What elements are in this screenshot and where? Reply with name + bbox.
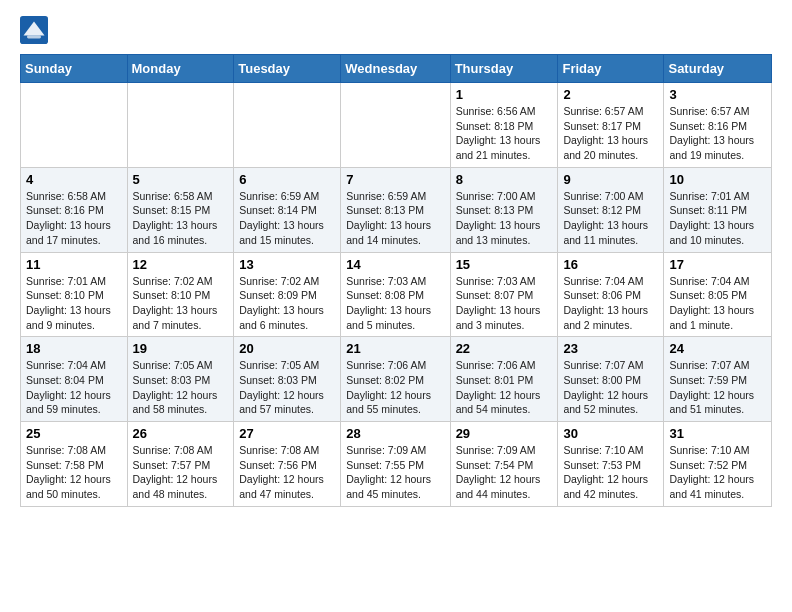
day-number: 1 [456,87,553,102]
calendar-cell: 25Sunrise: 7:08 AM Sunset: 7:58 PM Dayli… [21,422,128,507]
day-number: 22 [456,341,553,356]
calendar-cell: 28Sunrise: 7:09 AM Sunset: 7:55 PM Dayli… [341,422,450,507]
calendar-week-1: 1Sunrise: 6:56 AM Sunset: 8:18 PM Daylig… [21,83,772,168]
calendar-cell: 4Sunrise: 6:58 AM Sunset: 8:16 PM Daylig… [21,167,128,252]
col-header-saturday: Saturday [664,55,772,83]
calendar-cell: 26Sunrise: 7:08 AM Sunset: 7:57 PM Dayli… [127,422,234,507]
day-detail: Sunrise: 7:02 AM Sunset: 8:10 PM Dayligh… [133,274,229,333]
day-number: 28 [346,426,444,441]
day-number: 2 [563,87,658,102]
calendar-cell: 9Sunrise: 7:00 AM Sunset: 8:12 PM Daylig… [558,167,664,252]
day-number: 11 [26,257,122,272]
day-number: 16 [563,257,658,272]
calendar-cell: 14Sunrise: 7:03 AM Sunset: 8:08 PM Dayli… [341,252,450,337]
day-detail: Sunrise: 6:56 AM Sunset: 8:18 PM Dayligh… [456,104,553,163]
day-detail: Sunrise: 6:58 AM Sunset: 8:15 PM Dayligh… [133,189,229,248]
day-detail: Sunrise: 7:09 AM Sunset: 7:55 PM Dayligh… [346,443,444,502]
day-number: 9 [563,172,658,187]
day-detail: Sunrise: 7:00 AM Sunset: 8:12 PM Dayligh… [563,189,658,248]
day-number: 23 [563,341,658,356]
calendar-cell [127,83,234,168]
day-number: 27 [239,426,335,441]
calendar-cell: 17Sunrise: 7:04 AM Sunset: 8:05 PM Dayli… [664,252,772,337]
day-number: 25 [26,426,122,441]
day-number: 17 [669,257,766,272]
day-detail: Sunrise: 7:03 AM Sunset: 8:07 PM Dayligh… [456,274,553,333]
day-detail: Sunrise: 7:09 AM Sunset: 7:54 PM Dayligh… [456,443,553,502]
calendar-cell: 12Sunrise: 7:02 AM Sunset: 8:10 PM Dayli… [127,252,234,337]
day-number: 14 [346,257,444,272]
day-detail: Sunrise: 6:59 AM Sunset: 8:14 PM Dayligh… [239,189,335,248]
col-header-friday: Friday [558,55,664,83]
col-header-wednesday: Wednesday [341,55,450,83]
day-detail: Sunrise: 7:01 AM Sunset: 8:11 PM Dayligh… [669,189,766,248]
day-detail: Sunrise: 7:03 AM Sunset: 8:08 PM Dayligh… [346,274,444,333]
header [20,16,772,44]
day-number: 5 [133,172,229,187]
day-detail: Sunrise: 6:57 AM Sunset: 8:17 PM Dayligh… [563,104,658,163]
day-detail: Sunrise: 7:04 AM Sunset: 8:04 PM Dayligh… [26,358,122,417]
calendar-header-row: SundayMondayTuesdayWednesdayThursdayFrid… [21,55,772,83]
calendar-cell: 2Sunrise: 6:57 AM Sunset: 8:17 PM Daylig… [558,83,664,168]
day-detail: Sunrise: 7:04 AM Sunset: 8:05 PM Dayligh… [669,274,766,333]
day-number: 29 [456,426,553,441]
day-number: 7 [346,172,444,187]
logo-icon [20,16,48,44]
day-detail: Sunrise: 7:10 AM Sunset: 7:53 PM Dayligh… [563,443,658,502]
day-detail: Sunrise: 7:02 AM Sunset: 8:09 PM Dayligh… [239,274,335,333]
calendar-week-4: 18Sunrise: 7:04 AM Sunset: 8:04 PM Dayli… [21,337,772,422]
day-number: 19 [133,341,229,356]
svg-rect-2 [27,36,41,39]
calendar-cell: 29Sunrise: 7:09 AM Sunset: 7:54 PM Dayli… [450,422,558,507]
calendar-table: SundayMondayTuesdayWednesdayThursdayFrid… [20,54,772,507]
calendar-week-2: 4Sunrise: 6:58 AM Sunset: 8:16 PM Daylig… [21,167,772,252]
calendar-cell: 23Sunrise: 7:07 AM Sunset: 8:00 PM Dayli… [558,337,664,422]
calendar-cell: 7Sunrise: 6:59 AM Sunset: 8:13 PM Daylig… [341,167,450,252]
calendar-cell [21,83,128,168]
day-detail: Sunrise: 7:06 AM Sunset: 8:01 PM Dayligh… [456,358,553,417]
day-number: 6 [239,172,335,187]
day-detail: Sunrise: 7:08 AM Sunset: 7:58 PM Dayligh… [26,443,122,502]
day-number: 15 [456,257,553,272]
day-number: 26 [133,426,229,441]
calendar-cell: 18Sunrise: 7:04 AM Sunset: 8:04 PM Dayli… [21,337,128,422]
day-detail: Sunrise: 7:08 AM Sunset: 7:56 PM Dayligh… [239,443,335,502]
day-detail: Sunrise: 7:01 AM Sunset: 8:10 PM Dayligh… [26,274,122,333]
col-header-thursday: Thursday [450,55,558,83]
calendar-cell: 22Sunrise: 7:06 AM Sunset: 8:01 PM Dayli… [450,337,558,422]
calendar-cell: 3Sunrise: 6:57 AM Sunset: 8:16 PM Daylig… [664,83,772,168]
day-detail: Sunrise: 6:59 AM Sunset: 8:13 PM Dayligh… [346,189,444,248]
calendar-week-5: 25Sunrise: 7:08 AM Sunset: 7:58 PM Dayli… [21,422,772,507]
day-detail: Sunrise: 7:00 AM Sunset: 8:13 PM Dayligh… [456,189,553,248]
calendar-week-3: 11Sunrise: 7:01 AM Sunset: 8:10 PM Dayli… [21,252,772,337]
calendar-cell: 11Sunrise: 7:01 AM Sunset: 8:10 PM Dayli… [21,252,128,337]
calendar-cell: 13Sunrise: 7:02 AM Sunset: 8:09 PM Dayli… [234,252,341,337]
calendar-cell: 1Sunrise: 6:56 AM Sunset: 8:18 PM Daylig… [450,83,558,168]
day-number: 31 [669,426,766,441]
col-header-sunday: Sunday [21,55,128,83]
day-detail: Sunrise: 7:05 AM Sunset: 8:03 PM Dayligh… [239,358,335,417]
day-number: 8 [456,172,553,187]
day-number: 30 [563,426,658,441]
day-detail: Sunrise: 7:06 AM Sunset: 8:02 PM Dayligh… [346,358,444,417]
day-number: 18 [26,341,122,356]
day-detail: Sunrise: 7:10 AM Sunset: 7:52 PM Dayligh… [669,443,766,502]
calendar-cell: 6Sunrise: 6:59 AM Sunset: 8:14 PM Daylig… [234,167,341,252]
day-detail: Sunrise: 7:04 AM Sunset: 8:06 PM Dayligh… [563,274,658,333]
col-header-tuesday: Tuesday [234,55,341,83]
day-detail: Sunrise: 7:05 AM Sunset: 8:03 PM Dayligh… [133,358,229,417]
day-detail: Sunrise: 7:08 AM Sunset: 7:57 PM Dayligh… [133,443,229,502]
calendar-cell: 21Sunrise: 7:06 AM Sunset: 8:02 PM Dayli… [341,337,450,422]
day-number: 3 [669,87,766,102]
calendar-cell: 16Sunrise: 7:04 AM Sunset: 8:06 PM Dayli… [558,252,664,337]
calendar-cell: 10Sunrise: 7:01 AM Sunset: 8:11 PM Dayli… [664,167,772,252]
day-number: 13 [239,257,335,272]
col-header-monday: Monday [127,55,234,83]
calendar-cell [234,83,341,168]
day-number: 24 [669,341,766,356]
logo [20,16,52,44]
calendar-cell: 27Sunrise: 7:08 AM Sunset: 7:56 PM Dayli… [234,422,341,507]
day-detail: Sunrise: 6:58 AM Sunset: 8:16 PM Dayligh… [26,189,122,248]
calendar-cell: 5Sunrise: 6:58 AM Sunset: 8:15 PM Daylig… [127,167,234,252]
calendar-cell: 19Sunrise: 7:05 AM Sunset: 8:03 PM Dayli… [127,337,234,422]
